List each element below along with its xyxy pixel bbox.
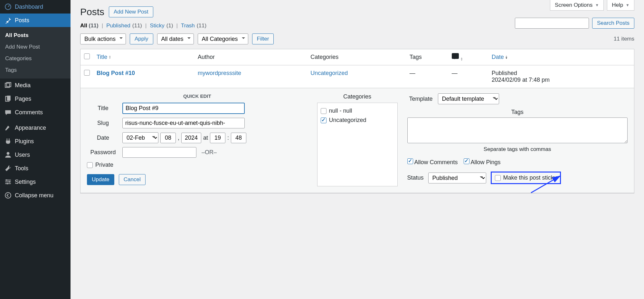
filter-button[interactable]: Filter xyxy=(252,33,274,44)
qe-title-label: Title xyxy=(87,105,119,112)
qe-day-input[interactable] xyxy=(160,133,176,143)
qe-tags-textarea[interactable] xyxy=(407,117,628,143)
qe-private-checkbox[interactable] xyxy=(87,162,93,168)
dashboard-icon xyxy=(5,3,12,10)
screen-options-tab[interactable]: Screen Options ▼ xyxy=(550,0,604,11)
sidebar-item-appearance[interactable]: Appearance xyxy=(0,121,71,135)
category-filter-select[interactable]: All Categories xyxy=(198,33,248,44)
apply-button[interactable]: Apply xyxy=(130,33,153,44)
pin-icon xyxy=(5,17,12,24)
qe-year-input[interactable] xyxy=(181,133,201,143)
comment-icon xyxy=(452,53,459,59)
chevron-down-icon: ▼ xyxy=(595,3,599,7)
sort-icon: ▲▼ xyxy=(109,55,111,59)
sidebar-label: Posts xyxy=(15,17,29,24)
svg-point-9 xyxy=(6,179,7,181)
qe-template-label: Template xyxy=(407,96,435,102)
filter-sticky[interactable]: Sticky xyxy=(150,23,164,29)
qe-cat-checkbox[interactable] xyxy=(321,117,327,123)
add-new-post-button[interactable]: Add New Post xyxy=(109,6,153,17)
column-date[interactable]: Date ▲▼ xyxy=(492,54,508,61)
cancel-button[interactable]: Cancel xyxy=(119,174,146,185)
sidebar-item-posts[interactable]: Posts xyxy=(0,14,71,27)
qe-sticky-checkbox[interactable] xyxy=(495,175,501,181)
main-content: Screen Options ▼ Help ▼ Posts Add New Po… xyxy=(71,0,644,299)
svg-point-5 xyxy=(7,152,10,155)
posts-table: Title ▲▼ Author Categories Tags ▲▼ Date … xyxy=(80,49,634,193)
sidebar-item-media[interactable]: Media xyxy=(0,79,71,92)
sidebar-item-dashboard[interactable]: Dashboard xyxy=(0,0,71,14)
table-row: Blog Post #10 mywordpresssite Uncategori… xyxy=(80,65,634,88)
sidebar-item-tools[interactable]: Tools xyxy=(0,162,71,175)
search-input[interactable] xyxy=(515,18,589,29)
qe-private-label: Private xyxy=(95,162,113,168)
qe-password-input[interactable] xyxy=(122,147,196,158)
date-filter-select[interactable]: All dates xyxy=(157,33,194,44)
submenu-categories[interactable]: Categories xyxy=(0,53,71,64)
column-comments[interactable]: ▲▼ xyxy=(449,49,488,65)
sidebar-item-plugins[interactable]: Plugins xyxy=(0,135,71,148)
quick-edit-row: QUICK EDIT Title Slug Date xyxy=(80,88,634,193)
help-tab[interactable]: Help ▼ xyxy=(607,0,634,11)
qe-slug-input[interactable] xyxy=(122,118,245,128)
qe-minute-input[interactable] xyxy=(231,133,246,143)
items-count: 11 items xyxy=(614,36,634,42)
sidebar-item-pages[interactable]: Pages xyxy=(0,92,71,106)
qe-title-input[interactable] xyxy=(122,103,245,114)
sort-icon: ▲▼ xyxy=(460,57,463,61)
select-all-checkbox[interactable] xyxy=(84,53,90,59)
row-checkbox[interactable] xyxy=(84,70,90,76)
submenu-tags[interactable]: Tags xyxy=(0,64,71,76)
sidebar-item-comments[interactable]: Comments xyxy=(0,106,71,119)
pages-icon xyxy=(5,95,12,102)
post-title-link[interactable]: Blog Post #10 xyxy=(97,70,135,76)
submenu-all-posts[interactable]: All Posts xyxy=(0,30,71,41)
qe-categories-box: null - null Uncategorized xyxy=(317,103,398,186)
submenu-add-new-post[interactable]: Add New Post xyxy=(0,41,71,53)
qe-allow-comments[interactable]: Allow Comments xyxy=(407,158,458,166)
settings-icon xyxy=(5,178,12,185)
sidebar-label: Pages xyxy=(15,96,31,102)
page-title: Posts xyxy=(80,6,104,17)
sidebar-item-users[interactable]: Users xyxy=(0,148,71,162)
sidebar-item-settings[interactable]: Settings xyxy=(0,175,71,189)
qe-allow-pings[interactable]: Allow Pings xyxy=(464,158,501,166)
sidebar-submenu-posts: All Posts Add New Post Categories Tags xyxy=(0,27,71,79)
qe-cat-checkbox[interactable] xyxy=(321,108,327,114)
svg-point-11 xyxy=(7,183,8,184)
qe-status-label: Status xyxy=(407,174,424,181)
sidebar-label: Media xyxy=(15,82,31,89)
qe-month-select[interactable]: 02-Feb xyxy=(122,132,158,143)
author-link[interactable]: mywordpresssite xyxy=(198,70,241,76)
users-icon xyxy=(5,151,12,158)
top-panel-tabs: Screen Options ▼ Help ▼ xyxy=(550,0,634,11)
search-box: Search Posts xyxy=(515,18,634,29)
update-button[interactable]: Update xyxy=(87,174,114,185)
bulk-actions-select[interactable]: Bulk actions xyxy=(80,33,126,44)
qe-hour-input[interactable] xyxy=(210,133,225,143)
filter-all[interactable]: All (11) xyxy=(80,23,99,29)
column-categories: Categories xyxy=(307,49,406,65)
column-title[interactable]: Title ▲▼ xyxy=(97,54,111,61)
qe-category-option[interactable]: Uncategorized xyxy=(321,116,394,125)
sidebar-item-collapse[interactable]: Collapse menu xyxy=(0,189,71,202)
column-tags: Tags xyxy=(406,49,449,65)
sidebar-label: Collapse menu xyxy=(15,192,53,199)
category-link[interactable]: Uncategorized xyxy=(310,70,348,76)
allow-comments-checkbox[interactable] xyxy=(407,158,413,164)
filter-published[interactable]: Published xyxy=(106,23,130,29)
qe-status-select[interactable]: Published xyxy=(428,173,486,183)
sidebar-label: Users xyxy=(15,152,30,158)
qe-slug-label: Slug xyxy=(87,120,119,126)
filter-trash[interactable]: Trash xyxy=(181,23,195,29)
sidebar-label: Settings xyxy=(15,179,36,185)
plugins-icon xyxy=(5,138,12,145)
search-posts-button[interactable]: Search Posts xyxy=(592,18,634,29)
allow-pings-checkbox[interactable] xyxy=(464,158,469,164)
column-author: Author xyxy=(194,49,307,65)
qe-tags-label: Tags xyxy=(407,109,628,116)
sidebar-label: Dashboard xyxy=(15,4,43,10)
qe-category-option[interactable]: null - null xyxy=(321,106,394,116)
qe-categories-label: Categories xyxy=(317,93,398,100)
qe-template-select[interactable]: Default template xyxy=(438,93,499,104)
